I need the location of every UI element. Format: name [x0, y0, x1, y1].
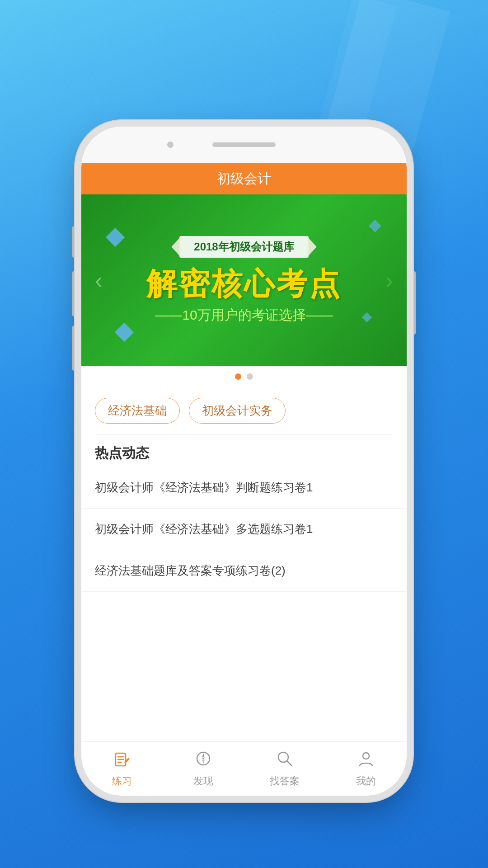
nav-item-practice[interactable]: 练习 [81, 750, 163, 788]
banner-arrow-right[interactable]: › [385, 267, 393, 293]
banner-arrow-left[interactable]: ‹ [95, 267, 103, 293]
nav-label-discover: 发现 [193, 774, 213, 788]
compass-icon [194, 750, 212, 772]
app-header-title: 初级会计 [217, 170, 271, 188]
bottom-nav: 练习 发现 [81, 741, 407, 796]
ribbon-left [171, 236, 181, 258]
search-icon [276, 750, 294, 772]
phone-screen: 初级会计 ‹ › [81, 127, 407, 796]
app-content-area: 初级会计 ‹ › [81, 163, 407, 741]
svg-marker-7 [202, 760, 205, 764]
list-item-2[interactable]: 初级会计师《经济法基础》多选题练习卷1 [81, 509, 407, 550]
category-tabs: 经济法基础 初级会计实务 [81, 387, 407, 434]
phone-button-power [410, 271, 416, 335]
nav-label-practice: 练习 [112, 774, 132, 788]
phone-button-vol-down [72, 326, 78, 371]
nav-item-profile[interactable]: 我的 [325, 750, 407, 788]
svg-line-9 [287, 761, 291, 765]
phone-button-mute [72, 226, 78, 258]
app-header: 初级会计 [81, 163, 407, 194]
svg-point-5 [202, 758, 204, 760]
tab-economics-law[interactable]: 经济法基础 [95, 398, 180, 424]
dot-1[interactable] [235, 373, 241, 380]
hero-content: 2018年初级会计题库 解密核心考点 ——10万用户的考证选择—— [137, 227, 351, 334]
hero-sub-title: ——10万用户的考证选择—— [146, 306, 342, 325]
phone-mockup: 初级会计 ‹ › [81, 127, 407, 796]
hero-badge-text: 2018年初级会计题库 [194, 241, 294, 253]
hero-main-title: 解密核心考点 [146, 267, 342, 301]
svg-point-10 [363, 753, 369, 759]
phone-status-bar [81, 127, 407, 163]
ribbon-right [307, 236, 317, 258]
edit-icon [113, 750, 131, 772]
list-item-1[interactable]: 初级会计师《经济法基础》判断题练习卷1 [81, 467, 407, 509]
tab-accounting-practice[interactable]: 初级会计实务 [189, 398, 286, 424]
banner-dots [81, 366, 407, 387]
nav-item-search[interactable]: 找答案 [244, 750, 325, 788]
hero-banner[interactable]: ‹ › 2018年初级会计题库 解密核心考点 ——10万用户的考证选择—— [81, 194, 407, 366]
phone-button-vol-up [72, 271, 78, 316]
list-item-3[interactable]: 经济法基础题库及答案专项练习卷(2) [81, 550, 407, 592]
nav-label-search: 找答案 [270, 774, 300, 788]
nav-item-discover[interactable]: 发现 [163, 750, 244, 788]
user-icon [357, 750, 375, 772]
phone-speaker [212, 142, 276, 147]
hero-badge: 2018年初级会计题库 [179, 236, 308, 258]
phone-frame: 初级会计 ‹ › [81, 127, 407, 796]
phone-camera [167, 142, 174, 148]
dot-2[interactable] [247, 373, 253, 380]
svg-marker-6 [202, 753, 205, 758]
nav-label-profile: 我的 [356, 774, 376, 788]
hot-section-title: 热点动态 [81, 435, 407, 467]
